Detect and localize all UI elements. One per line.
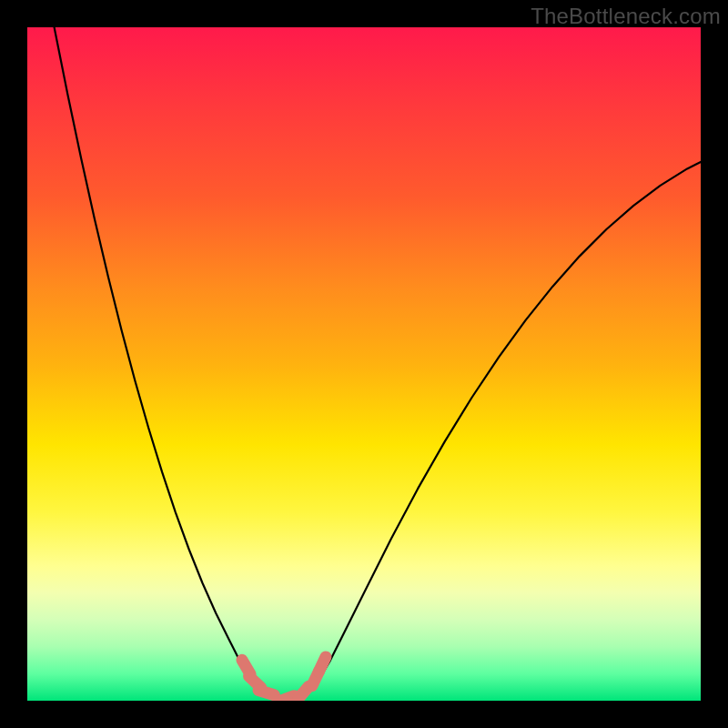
highlight-dot <box>258 691 274 695</box>
plot-frame <box>27 27 701 701</box>
highlight-dot <box>278 696 294 701</box>
watermark-text: TheBottleneck.com <box>531 4 721 29</box>
highlight-dot <box>318 657 326 672</box>
chart-svg <box>27 27 701 701</box>
gradient-background <box>27 27 701 701</box>
